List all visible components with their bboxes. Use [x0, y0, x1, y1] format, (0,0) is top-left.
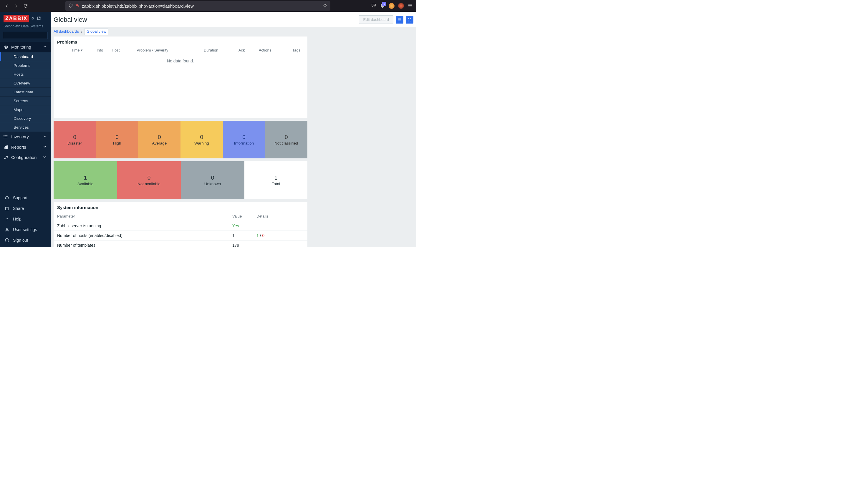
footer-support[interactable]: Support	[0, 193, 51, 203]
forward-button[interactable]	[12, 1, 21, 10]
problems-col-2[interactable]: Host	[112, 48, 137, 52]
problems-col-7[interactable]: Tags	[292, 48, 304, 52]
sysinfo-head-param: Parameter	[57, 214, 232, 218]
nav-sub-problems[interactable]: Problems	[0, 61, 51, 70]
edit-dashboard-button[interactable]: Edit dashboard	[359, 15, 393, 24]
nav-sub-dashboard[interactable]: Dashboard	[0, 52, 51, 61]
nav-sub-services[interactable]: Services	[0, 123, 51, 131]
popout-icon[interactable]	[37, 16, 41, 21]
problems-col-5[interactable]: Ack	[238, 48, 259, 52]
footer-user-settings[interactable]: User settings	[0, 224, 51, 235]
availability-not-available[interactable]: 0Not available	[117, 161, 181, 199]
list-view-button[interactable]	[396, 16, 403, 23]
nav-sub-latest-data[interactable]: Latest data	[0, 87, 51, 96]
ext-cookie-icon[interactable]	[389, 3, 395, 9]
svg-point-12	[4, 136, 4, 136]
availability-unknown[interactable]: 0Unknown	[181, 161, 245, 199]
sidebar-subtitle: Shibboleth Data Systems	[0, 23, 51, 31]
sysinfo-row: Number of hosts (enabled/disabled)11 / 0	[54, 231, 307, 240]
breadcrumb-current[interactable]: Global view	[85, 28, 108, 35]
svg-point-19	[7, 220, 7, 220]
nav-reports[interactable]: Reports	[0, 142, 51, 152]
problems-table-head: Time ▾InfoHostProblem • SeverityDuration…	[54, 47, 307, 55]
collapse-sidebar-icon[interactable]	[31, 16, 35, 21]
nav-inventory[interactable]: Inventory	[0, 131, 51, 142]
main-content: Global view Edit dashboard All dashboard…	[51, 12, 416, 247]
availability-available[interactable]: 1Available	[54, 161, 117, 199]
footer-sign-out[interactable]: Sign out	[0, 235, 51, 246]
bookmark-star-icon[interactable]	[323, 3, 327, 9]
severity-average[interactable]: 0Average	[138, 121, 180, 158]
search-input[interactable]	[5, 33, 54, 38]
svg-rect-16	[5, 146, 6, 149]
nav-sub-screens[interactable]: Screens	[0, 96, 51, 105]
sysinfo-head-details: Details	[256, 214, 304, 218]
back-button[interactable]	[2, 1, 11, 10]
problems-col-1[interactable]: Info	[96, 48, 112, 52]
pocket-icon[interactable]	[371, 3, 376, 9]
svg-point-14	[4, 138, 4, 138]
nav-configuration[interactable]: Configuration	[0, 152, 51, 162]
menu-icon[interactable]	[408, 3, 413, 9]
severity-widget: 0Disaster0High0Average0Warning0Informati…	[54, 121, 307, 158]
browser-chrome: zabbix.shibboleth.htb/zabbix.php?action=…	[0, 0, 416, 12]
shield-icon	[68, 3, 73, 9]
sysinfo-title: System information	[54, 202, 307, 212]
problems-title: Problems	[54, 36, 307, 47]
availability-total[interactable]: 1Total	[245, 161, 307, 199]
footer-share[interactable]: Share	[0, 203, 51, 214]
reload-button[interactable]	[21, 1, 30, 10]
nav-sub-hosts[interactable]: Hosts	[0, 70, 51, 78]
severity-warning[interactable]: 0Warning	[180, 121, 223, 158]
svg-point-13	[4, 137, 4, 137]
sysinfo-head-value: Value	[232, 214, 256, 218]
sysinfo-row: Zabbix server is runningYes	[54, 221, 307, 231]
problems-widget: Problems Time ▾InfoHostProblem • Severit…	[54, 36, 307, 118]
breadcrumb-all[interactable]: All dashboards	[54, 29, 79, 34]
nav-sub-overview[interactable]: Overview	[0, 78, 51, 87]
nav-monitoring[interactable]: Monitoring	[0, 42, 51, 52]
problems-col-0[interactable]: Time ▾	[71, 48, 96, 52]
extension-icon[interactable]: 6	[380, 3, 385, 9]
availability-widget: 1Available0Not available0Unknown1Total	[54, 161, 307, 199]
svg-rect-15	[4, 147, 5, 149]
svg-point-8	[5, 47, 6, 48]
nav-sub-discovery[interactable]: Discovery	[0, 114, 51, 123]
severity-information[interactable]: 0Information	[223, 121, 265, 158]
nav-sub-maps[interactable]: Maps	[0, 105, 51, 114]
url-bar[interactable]: zabbix.shibboleth.htb/zabbix.php?action=…	[65, 1, 330, 11]
url-text: zabbix.shibboleth.htb/zabbix.php?action=…	[82, 3, 320, 8]
problems-col-4[interactable]: Duration	[204, 48, 238, 52]
problems-empty: No data found.	[54, 55, 307, 67]
lock-icon	[75, 3, 79, 9]
page-title: Global view	[54, 16, 87, 23]
app-logo[interactable]: ZABBIX	[3, 15, 29, 22]
fullscreen-button[interactable]	[406, 16, 413, 23]
svg-rect-18	[5, 207, 9, 210]
svg-rect-17	[7, 145, 8, 149]
severity-not-classified[interactable]: 0Not classified	[265, 121, 307, 158]
severity-disaster[interactable]: 0Disaster	[54, 121, 96, 158]
breadcrumb: All dashboards / Global view	[51, 27, 416, 36]
problems-col-6[interactable]: Actions	[259, 48, 292, 52]
ext-foxy-icon[interactable]	[398, 3, 404, 9]
sysinfo-row: Number of templates179	[54, 240, 307, 247]
sidebar: ZABBIX Shibboleth Data Systems Monitorin…	[0, 12, 51, 247]
footer-help[interactable]: Help	[0, 214, 51, 224]
svg-point-20	[6, 228, 8, 230]
problems-col-3[interactable]: Problem • Severity	[137, 48, 204, 52]
severity-high[interactable]: 0High	[96, 121, 138, 158]
sysinfo-widget: System information Parameter Value Detai…	[54, 202, 307, 247]
sidebar-search[interactable]	[3, 32, 48, 39]
notif-badge: 6	[382, 2, 386, 6]
